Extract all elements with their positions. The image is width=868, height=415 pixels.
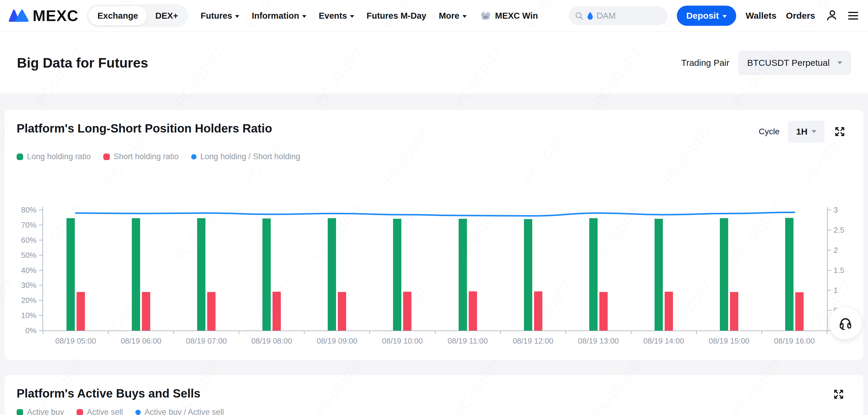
market-toggle: Exchange DEX+ <box>87 4 188 27</box>
nav-item-label: Events <box>319 11 347 21</box>
legend-item[interactable]: Active buy / Active sell <box>135 408 224 415</box>
x-axis-label: 08/19 06:00 <box>108 337 174 346</box>
x-axis-label: 08/19 14:00 <box>631 337 696 346</box>
y-axis-tick <box>828 290 831 290</box>
y-axis-label: 2.5 <box>834 225 860 235</box>
bar-short-holding <box>469 291 477 331</box>
y-axis-tick <box>39 315 42 316</box>
x-axis-label: 08/19 10:00 <box>370 337 435 346</box>
y-axis-tick <box>828 250 831 250</box>
y-axis-tick <box>39 240 42 240</box>
y-axis-label: 0% <box>0 326 36 335</box>
x-axis-tick <box>435 331 435 334</box>
y-axis-tick <box>39 330 42 331</box>
bar-long-holding <box>459 219 467 331</box>
bar-long-holding <box>655 219 663 331</box>
x-axis-label: 08/19 07:00 <box>174 337 239 346</box>
deposit-button[interactable]: Deposit <box>677 6 736 26</box>
y-axis-label: 2 <box>834 245 860 255</box>
nav-item-more[interactable]: More <box>439 11 466 21</box>
chevron-down-icon <box>722 15 727 18</box>
orders-link[interactable]: Orders <box>786 11 815 21</box>
bar-short-holding <box>142 292 150 331</box>
deposit-label: Deposit <box>686 11 719 21</box>
trading-pair-select[interactable]: BTCUSDT Perpetual <box>738 51 851 75</box>
fullscreen-icon[interactable] <box>832 387 845 401</box>
x-axis-label: 08/19 09:00 <box>304 337 370 346</box>
y-axis-label: 80% <box>0 205 36 215</box>
hamburger-menu-icon[interactable] <box>847 11 859 21</box>
search-box[interactable] <box>569 6 667 25</box>
chart-legend: Active buyActive sellActive buy / Active… <box>17 408 224 415</box>
x-axis-tick <box>304 331 305 334</box>
bar-short-holding <box>273 292 281 331</box>
bar-short-holding <box>207 292 216 331</box>
x-axis-label: 08/19 05:00 <box>43 337 108 346</box>
bar-long-holding <box>262 218 271 331</box>
customer-support-button[interactable] <box>829 307 862 340</box>
y-axis-tick <box>39 270 42 271</box>
bar-short-holding <box>534 291 542 331</box>
chevron-down-icon <box>235 15 239 18</box>
y-axis-tick <box>828 310 831 311</box>
y-axis-left-line <box>42 207 43 331</box>
bar-short-holding <box>76 292 85 331</box>
x-axis-tick <box>827 331 827 334</box>
nav-item-label: Futures M-Day <box>367 11 426 21</box>
nav-item-mexc-win[interactable]: MEXC Win <box>479 9 538 22</box>
x-axis-tick <box>239 331 239 334</box>
x-axis-tick <box>43 331 43 334</box>
trading-pair-value: BTCUSDT Perpetual <box>747 58 830 68</box>
legend-label: Active sell <box>87 408 123 415</box>
legend-item[interactable]: Active buy <box>17 408 64 415</box>
long-short-ratio-card: Platform's Long-Short Position Holders R… <box>5 110 863 360</box>
headset-icon <box>837 315 854 331</box>
nav-item-label: Futures <box>201 11 232 21</box>
user-profile-icon[interactable] <box>825 9 838 22</box>
bar-long-holding <box>66 218 75 331</box>
chevron-down-icon <box>350 15 354 18</box>
y-axis-right-line <box>827 207 828 331</box>
mexc-logo[interactable]: MEXC <box>9 7 79 25</box>
legend-label: Active buy <box>27 408 64 415</box>
x-axis-label: 08/19 13:00 <box>566 337 631 346</box>
x-axis-tick <box>500 331 501 334</box>
legend-item[interactable]: Active sell <box>76 408 123 415</box>
x-axis-tick <box>696 331 697 334</box>
bar-short-holding <box>338 292 346 331</box>
x-axis-label: 08/19 12:00 <box>500 337 566 346</box>
nav-item-futures[interactable]: Futures <box>201 11 239 21</box>
y-axis-label: 40% <box>0 266 36 275</box>
long-short-chart: 0%10%20%30%40%50%60%70%80%00.511.522.530… <box>5 110 863 360</box>
y-axis-label: 20% <box>0 296 36 305</box>
toggle-dex[interactable]: DEX+ <box>147 11 186 21</box>
x-axis-tick <box>369 331 370 334</box>
x-axis-label: 08/19 16:00 <box>762 337 827 346</box>
bar-long-holding <box>328 218 336 331</box>
search-input[interactable] <box>597 11 661 21</box>
bar-long-holding <box>589 218 597 331</box>
y-axis-tick <box>828 210 831 210</box>
wallets-link[interactable]: Wallets <box>746 11 777 21</box>
nav-item-events[interactable]: Events <box>319 11 354 21</box>
chevron-down-icon <box>463 15 467 18</box>
y-axis-label: 60% <box>0 235 36 245</box>
nav-item-label: More <box>439 11 459 21</box>
bar-short-holding <box>795 292 804 331</box>
x-axis-tick <box>631 331 631 334</box>
y-axis-label: 1.5 <box>834 266 860 275</box>
chevron-down-icon <box>837 61 842 64</box>
bar-long-holding <box>132 218 140 331</box>
nav-item-information[interactable]: Information <box>252 11 306 21</box>
chevron-down-icon <box>302 15 306 18</box>
nav-menu: FuturesInformationEventsFutures M-DayMor… <box>201 9 538 22</box>
y-axis-label: 1 <box>834 285 860 295</box>
bar-short-holding <box>665 292 673 331</box>
legend-swatch-icon <box>17 409 23 415</box>
nav-item-futures-m-day[interactable]: Futures M-Day <box>367 11 426 21</box>
legend-swatch-icon <box>76 409 83 415</box>
nav-item-label: Information <box>252 11 299 21</box>
toggle-exchange[interactable]: Exchange <box>89 6 147 25</box>
bar-long-holding <box>785 218 794 331</box>
x-axis-tick <box>108 331 108 334</box>
